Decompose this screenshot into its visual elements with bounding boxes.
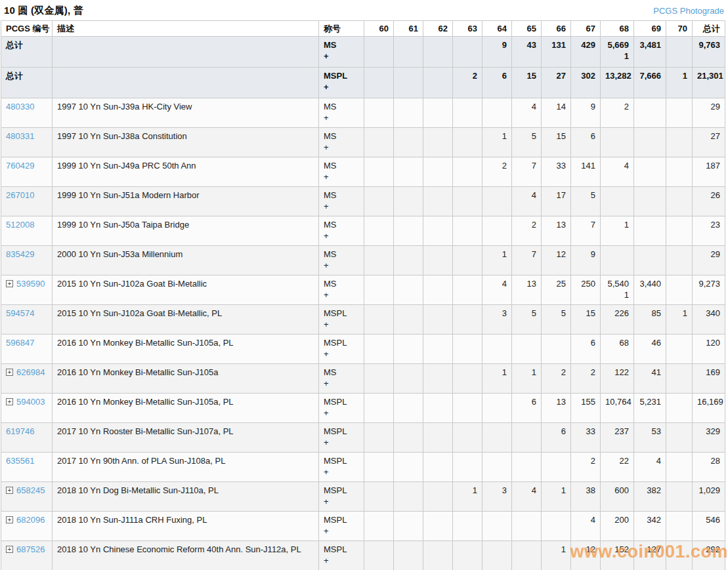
pcgs-number-link[interactable]: 619746 <box>6 426 34 436</box>
pcgs-number-link[interactable]: 635561 <box>6 456 34 466</box>
grade-cell-64: 1 <box>482 128 512 157</box>
plus-count <box>398 289 418 300</box>
plus-count <box>576 142 595 153</box>
plus-count <box>605 112 629 123</box>
description-cell: 2017 10 Yn 90th Ann. of PLA Sun-J108a, P… <box>53 453 319 482</box>
grade-count: 68 <box>605 337 629 348</box>
grade-cell-67: 6 <box>571 335 601 364</box>
grade-count <box>639 190 661 201</box>
designation-plus: + <box>324 171 359 182</box>
plus-count <box>671 201 687 212</box>
grade-cell-65: 15 <box>512 68 542 98</box>
total-count: 29 <box>697 249 720 260</box>
designation: MS <box>324 190 359 201</box>
grade-cell-64 <box>482 216 512 246</box>
description-cell: 1999 10 Yn Sun-J50a Taipa Bridge <box>53 216 319 246</box>
pcgs-number-link[interactable]: 539590 <box>16 279 45 289</box>
pcgs-number-link[interactable]: 596847 <box>6 338 34 348</box>
grade-cell-65: 7 <box>512 246 542 275</box>
pcgs-number-link[interactable]: 626984 <box>16 367 45 377</box>
grade-cell-65 <box>512 453 542 482</box>
expand-plus-icon[interactable]: + <box>6 280 13 287</box>
expand-plus-icon[interactable]: + <box>6 516 13 523</box>
grade-cell-64 <box>482 512 512 541</box>
plus-count <box>576 378 595 389</box>
column-header-63: 63 <box>453 21 482 37</box>
pcgs-number-link[interactable]: 480331 <box>6 131 34 141</box>
plus-count <box>576 348 595 359</box>
pcgs-number-cell: +682096 <box>1 512 53 541</box>
expand-plus-icon[interactable]: + <box>6 398 13 405</box>
pcgs-number-link[interactable]: 682096 <box>16 515 45 525</box>
pcgs-number-link[interactable]: 267010 <box>6 190 34 200</box>
plus-count <box>576 319 595 330</box>
grade-count: 1 <box>517 367 536 378</box>
grade-cell-69: 342 <box>634 512 666 541</box>
plus-count <box>671 142 687 153</box>
grade-count <box>487 396 507 407</box>
grade-count: 131 <box>546 39 566 51</box>
plus-count <box>605 466 629 478</box>
grade-count <box>487 426 507 437</box>
total-count: 169 <box>697 367 720 378</box>
plus-count <box>517 378 536 389</box>
grade-count <box>517 544 536 555</box>
grade-count: 6 <box>517 396 536 407</box>
grade-count <box>398 455 418 466</box>
total-count: 28 <box>697 455 720 466</box>
grade-cell-65: 43 <box>512 37 542 68</box>
pcgs-number-link[interactable]: 658245 <box>16 485 45 495</box>
grade-cell-62 <box>423 68 453 98</box>
designation-plus: + <box>324 496 359 507</box>
designation-plus: + <box>324 555 359 566</box>
grade-count: 1 <box>671 308 687 319</box>
grade-count: 5 <box>517 131 536 142</box>
pcgs-number-link[interactable]: 760429 <box>6 161 34 171</box>
description-cell: 2000 10 Yn Sun-J53a Millennium <box>53 246 319 275</box>
column-header-description: 描述 <box>53 21 319 37</box>
pcgs-number-link[interactable]: 512008 <box>6 220 34 230</box>
grade-count: 25 <box>546 278 566 289</box>
grade-cell-63 <box>453 423 482 453</box>
grade-count <box>398 544 418 555</box>
grade-count <box>671 426 687 437</box>
grade-count <box>428 337 448 348</box>
plus-count <box>576 289 595 300</box>
grade-count <box>671 544 687 555</box>
pcgs-number-link[interactable]: 687526 <box>16 544 45 554</box>
column-header-67: 67 <box>571 21 601 37</box>
plus-count <box>639 51 661 62</box>
plus-count <box>458 466 477 478</box>
designation: MSPL <box>324 70 359 81</box>
photograde-link[interactable]: PCGS Photograde <box>653 6 724 16</box>
description-cell: 1997 10 Yn Sun-J39a HK-City View <box>53 98 319 128</box>
grade-cell-68 <box>601 187 634 216</box>
grade-cell-70 <box>666 187 693 216</box>
total-count: 1,029 <box>697 485 720 496</box>
expand-plus-icon[interactable]: + <box>6 546 13 553</box>
coin-description: 2000 10 Yn Sun-J53a Millennium <box>57 249 182 259</box>
plus-count <box>458 496 477 507</box>
grade-cell-62 <box>423 364 453 394</box>
pcgs-number-link[interactable]: 594574 <box>6 308 34 318</box>
grade-count: 7 <box>517 249 536 260</box>
grade-count: 4 <box>639 455 661 466</box>
plus-count <box>398 81 418 92</box>
plus-count <box>487 496 507 507</box>
total-count: 16,169 <box>697 396 720 407</box>
expand-plus-icon[interactable]: + <box>6 369 13 376</box>
pcgs-number-link[interactable]: 594003 <box>16 397 45 407</box>
plus-count <box>639 437 661 448</box>
plus-count <box>398 437 418 448</box>
pcgs-number-link[interactable]: 835429 <box>6 249 34 259</box>
expand-plus-icon[interactable]: + <box>6 487 13 494</box>
grade-count <box>517 337 536 348</box>
description-cell: 2018 10 Yn Chinese Economic Reform 40th … <box>53 541 319 570</box>
grade-cell-61 <box>394 216 423 246</box>
designation-plus: + <box>324 230 359 241</box>
summary-row: 总计MSPL+26152730213,2827,666121,301 <box>1 68 725 98</box>
grade-count: 200 <box>605 514 629 525</box>
pcgs-number-link[interactable]: 480330 <box>6 102 34 112</box>
plus-count <box>369 230 389 241</box>
grade-count <box>487 514 507 525</box>
